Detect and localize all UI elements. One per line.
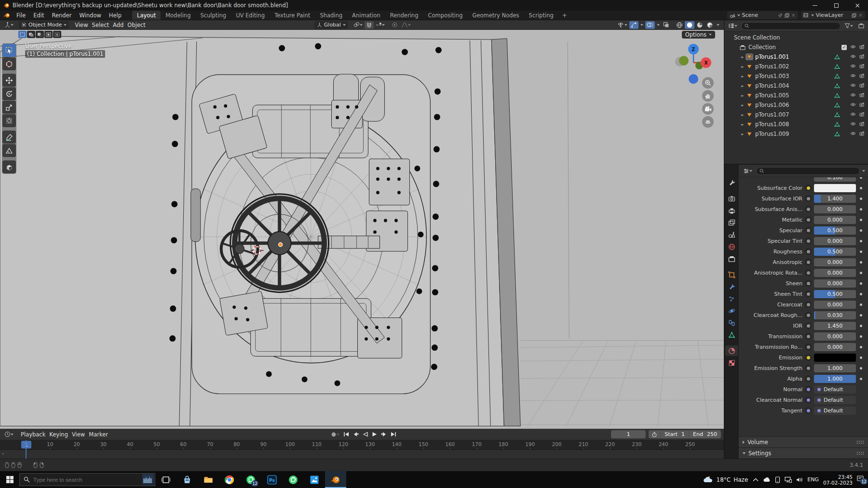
toggle-ortho-grid-button[interactable]	[702, 116, 714, 128]
photos-icon[interactable]	[304, 471, 325, 488]
file-explorer-icon[interactable]	[198, 471, 219, 488]
properties-tab-tool[interactable]	[725, 177, 738, 188]
decorator-dot[interactable]	[858, 378, 863, 380]
value-field[interactable]: 0.100	[814, 177, 856, 182]
outliner-item-scene-collection[interactable]: Scene Collection	[724, 33, 868, 42]
node-socket-toggle[interactable]	[805, 227, 812, 234]
slider-field[interactable]: 0.000	[814, 279, 856, 288]
delete-scene-icon[interactable]: ×	[791, 12, 796, 18]
next-keyframe-button[interactable]	[380, 431, 388, 438]
menu-window[interactable]: Window	[75, 12, 105, 19]
node-socket-toggle[interactable]	[805, 322, 812, 329]
whatsapp2-icon[interactable]	[283, 471, 304, 488]
workspace-tab-shading[interactable]: Shading	[315, 11, 347, 20]
shading-material-button[interactable]	[695, 21, 705, 29]
shading-dropdown[interactable]	[715, 21, 721, 29]
properties-tab-modifiers[interactable]	[725, 281, 738, 292]
node-socket-toggle[interactable]	[805, 237, 812, 244]
viewport-options-button[interactable]: Options	[682, 31, 715, 39]
outliner-search[interactable]	[741, 22, 841, 30]
disable-render-icon[interactable]	[859, 73, 865, 79]
tray-expand-icon[interactable]	[753, 478, 759, 482]
viewport[interactable]: Options User Perspective (1) Collection …	[0, 30, 724, 429]
node-socket-toggle[interactable]	[805, 312, 812, 318]
node-socket-toggle[interactable]	[805, 195, 812, 202]
pin-icon[interactable]	[778, 13, 783, 18]
tool-measure[interactable]	[2, 144, 16, 157]
menu-file[interactable]: File	[13, 12, 29, 19]
drag-handle[interactable]	[856, 451, 864, 455]
collection-checkbox[interactable]: ✓	[841, 45, 847, 50]
viewlayer-selector[interactable]: ViewLayer ×	[801, 11, 865, 19]
disable-render-icon[interactable]	[859, 63, 865, 70]
playhead-line[interactable]	[26, 440, 27, 459]
decorator-dot[interactable]	[858, 187, 863, 189]
hide-eye-icon[interactable]	[850, 73, 856, 79]
search-highlight-thumbnail[interactable]	[142, 474, 154, 486]
node-socket-toggle[interactable]	[805, 206, 812, 212]
xray-toggle[interactable]	[662, 21, 671, 29]
snapping-options-button[interactable]	[374, 21, 386, 29]
normal-link-field[interactable]: Default	[814, 396, 856, 404]
play-button[interactable]	[370, 431, 379, 438]
falloff-button[interactable]	[400, 21, 412, 29]
expand-arrow-icon[interactable]: ►	[740, 84, 746, 88]
slider-field[interactable]: 1.450	[814, 322, 856, 330]
slider-field[interactable]: 0.000	[814, 269, 856, 277]
maximize-button[interactable]	[826, 0, 847, 11]
slider-field[interactable]: 1.000	[814, 375, 856, 383]
slider-field[interactable]: 0.030	[814, 311, 856, 319]
hide-eye-icon[interactable]	[850, 44, 856, 51]
decorator-dot[interactable]	[858, 251, 863, 253]
expand-arrow-icon[interactable]: ►	[740, 113, 746, 117]
decorator-dot[interactable]	[858, 198, 863, 200]
timeline-track[interactable]: ‹	[0, 450, 724, 459]
timeline-editor-type-button[interactable]	[3, 431, 15, 438]
normal-link-field[interactable]: Default	[814, 407, 856, 415]
action-center-button[interactable]: 12	[857, 475, 864, 484]
slider-field[interactable]: 0.000	[814, 237, 856, 245]
color-swatch[interactable]	[814, 184, 856, 192]
whatsapp-icon[interactable]: 12	[240, 471, 261, 488]
decorator-dot[interactable]	[858, 325, 863, 327]
properties-search-input[interactable]	[766, 168, 856, 174]
hide-eye-icon[interactable]	[850, 102, 856, 108]
language-indicator[interactable]: ENG	[807, 476, 819, 483]
expand-arrow-icon[interactable]: ►	[740, 132, 746, 136]
slider-field[interactable]: 1.000	[814, 364, 856, 372]
panel-section-settings[interactable]: Settings	[739, 448, 868, 458]
workspace-tab-modeling[interactable]: Modeling	[161, 11, 195, 20]
menu-edit[interactable]: Edit	[29, 12, 48, 19]
taskbar-search[interactable]	[19, 473, 155, 486]
outliner-item-ptorus1.001[interactable]: ►pTorus1.001	[724, 52, 868, 62]
properties-search[interactable]	[756, 167, 860, 175]
hide-eye-icon[interactable]	[850, 92, 856, 99]
shading-wireframe-button[interactable]	[675, 21, 684, 29]
gizmo-axis-y[interactable]	[679, 56, 689, 66]
slider-field[interactable]: 0.000	[814, 216, 856, 224]
workspace-tab-uv-editing[interactable]: UV Editing	[231, 11, 270, 20]
tool-scale[interactable]	[2, 101, 16, 114]
expand-arrow-icon[interactable]: ►	[740, 103, 746, 107]
timeline-collapse-chevron[interactable]: ‹	[2, 450, 4, 457]
new-viewlayer-icon[interactable]	[852, 13, 856, 18]
disable-render-icon[interactable]	[859, 121, 865, 128]
slider-field[interactable]: 0.500	[814, 290, 856, 298]
slider-field[interactable]: 0.500	[814, 226, 856, 235]
end-frame-field[interactable]: End250	[689, 431, 721, 437]
shading-solid-button[interactable]	[685, 21, 694, 29]
outliner-item-ptorus1.003[interactable]: ►pTorus1.003	[724, 71, 868, 81]
visibility-dropdown[interactable]	[616, 21, 629, 29]
workspace-tab-compositing[interactable]: Compositing	[423, 11, 467, 20]
decorator-dot[interactable]	[858, 335, 863, 338]
properties-editor-type-button[interactable]	[742, 167, 754, 175]
chrome-icon[interactable]	[219, 471, 240, 488]
properties-tab-constraints[interactable]	[725, 317, 738, 328]
camera-view-button[interactable]	[702, 103, 714, 115]
node-socket-toggle[interactable]	[805, 280, 812, 287]
mode-selector[interactable]: Object Mode	[19, 21, 69, 29]
select-mode-new[interactable]	[18, 31, 27, 38]
drag-handle[interactable]	[856, 440, 864, 444]
decorator-dot[interactable]	[858, 314, 863, 317]
expand-arrow-icon[interactable]: ►	[740, 74, 746, 79]
